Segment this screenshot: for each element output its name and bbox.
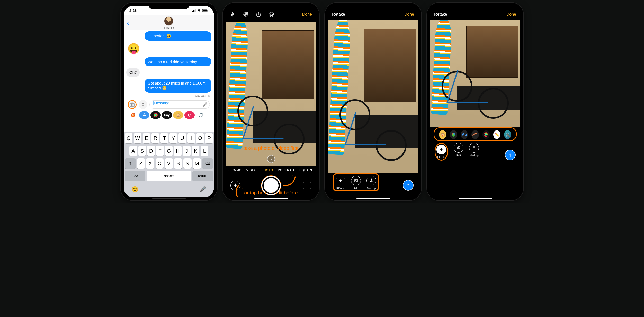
markup-button[interactable]: Markup	[469, 143, 479, 157]
key-n[interactable]: N	[183, 158, 191, 169]
activity-effect-icon[interactable]	[482, 130, 490, 139]
keyboard[interactable]: QWERTYUIOP ASDFGHJKL ⇧ ZXCVBNM ⌫ 123 spa…	[124, 132, 214, 197]
key-h[interactable]: H	[174, 146, 182, 156]
photo-preview[interactable]	[328, 20, 418, 173]
key-s[interactable]: S	[138, 146, 146, 156]
mode-photo[interactable]: PHOTO	[261, 169, 273, 172]
key-q[interactable]: Q	[125, 133, 132, 143]
effects-rail[interactable]: 🐵 Aa ✏️ 🛠️	[434, 127, 517, 141]
numbers-key[interactable]: 123	[125, 171, 145, 181]
sent-message: Got about 20 miles in and 1,600 ft climb…	[145, 79, 211, 93]
contact-header[interactable]: Trevor ›	[164, 16, 174, 29]
phone-camera-review: Retake Done ✦Effects Edit Markup ↑	[325, 3, 421, 200]
key-e[interactable]: E	[143, 133, 150, 143]
key-a[interactable]: A	[129, 146, 137, 156]
key-p[interactable]: P	[205, 133, 213, 143]
appstore-app-icon[interactable]	[139, 111, 149, 119]
mode-square[interactable]: SQUARE	[299, 169, 314, 172]
filters-icon[interactable]	[269, 12, 274, 17]
retake-button[interactable]: Retake	[434, 12, 447, 17]
app-store-button[interactable]	[139, 100, 147, 109]
dictation-key[interactable]: 🎤	[199, 186, 206, 193]
flip-camera-button[interactable]	[303, 182, 311, 189]
edit-button[interactable]: Edit	[454, 143, 463, 157]
key-y[interactable]: Y	[169, 133, 177, 143]
home-indicator[interactable]	[254, 198, 288, 199]
key-f[interactable]: F	[156, 146, 164, 156]
sticker-effect-icon[interactable]: ✏️	[493, 130, 500, 139]
done-button[interactable]: Done	[302, 12, 312, 17]
svg-point-24	[485, 133, 487, 136]
mode-video[interactable]: VIDEO	[246, 169, 257, 172]
key-z[interactable]: Z	[137, 158, 145, 169]
key-o[interactable]: O	[196, 133, 204, 143]
keyboard-footer: 😊 🎤	[125, 183, 213, 196]
key-r[interactable]: R	[151, 133, 159, 143]
app-drawer[interactable]: 🏵️ Pay 🐵 🎵	[126, 110, 211, 120]
home-indicator[interactable]	[459, 198, 492, 199]
applepay-app-icon[interactable]: Pay	[162, 111, 172, 119]
home-indicator[interactable]	[356, 198, 390, 199]
filters-effect-icon[interactable]	[450, 130, 457, 139]
cellular-signal-icon	[192, 9, 196, 12]
key-row-4: 123 space return	[125, 171, 213, 181]
phone-camera-effects: Retake Done 🐵 Aa ✏️ 🛠️ ✦Effects Edit Mar…	[427, 3, 523, 200]
home-indicator[interactable]	[152, 198, 186, 199]
backspace-key[interactable]: ⌫	[202, 158, 213, 169]
edit-button[interactable]: Edit	[351, 176, 361, 190]
emoji-message: 😛	[127, 43, 211, 55]
done-button[interactable]: Done	[506, 12, 516, 17]
zoom-button[interactable]: 1×	[267, 155, 275, 163]
viewfinder[interactable]: 1×	[226, 22, 316, 166]
return-key[interactable]: return	[192, 171, 213, 181]
key-k[interactable]: K	[192, 146, 200, 156]
key-x[interactable]: X	[146, 158, 154, 169]
send-button[interactable]: ↑	[403, 180, 414, 191]
timer-icon[interactable]	[256, 12, 261, 17]
activity-app-icon[interactable]	[150, 111, 161, 119]
annotation-arrow-icon	[282, 173, 296, 189]
nav-bar: ‹ Trevor ›	[124, 15, 214, 30]
key-g[interactable]: G	[165, 146, 173, 156]
key-i[interactable]: I	[187, 133, 195, 143]
conversation[interactable]: lol, perfect 😅 😛 Went on a rad ride yest…	[124, 30, 214, 132]
key-d[interactable]: D	[147, 146, 155, 156]
back-button[interactable]: ‹	[127, 19, 129, 27]
key-u[interactable]: U	[178, 133, 186, 143]
effects-button[interactable]: ✦Effects	[436, 145, 446, 159]
live-off-icon[interactable]	[243, 12, 248, 17]
mode-slomo[interactable]: SLO-MO	[228, 169, 242, 172]
retake-button[interactable]: Retake	[332, 12, 345, 17]
emoji-key[interactable]: 😊	[131, 186, 138, 193]
key-t[interactable]: T	[160, 133, 168, 143]
svg-rect-1	[203, 10, 207, 12]
key-l[interactable]: L	[201, 146, 208, 156]
photo-preview[interactable]	[430, 20, 520, 127]
done-button[interactable]: Done	[404, 12, 414, 17]
shapes-effect-icon[interactable]	[471, 130, 479, 139]
key-j[interactable]: J	[183, 146, 191, 156]
key-w[interactable]: W	[134, 133, 141, 143]
tool-effect-icon[interactable]: 🛠️	[504, 130, 511, 139]
key-m[interactable]: M	[193, 158, 201, 169]
animoji-app-icon[interactable]: 🐵	[173, 111, 183, 119]
digitaltouch-app-icon[interactable]	[184, 111, 195, 119]
animoji-effect-icon[interactable]: 🐵	[439, 130, 446, 139]
flash-icon[interactable]	[230, 12, 236, 17]
camera-modes[interactable]: SLO-MO VIDEO PHOTO PORTRAIT SQUARE	[226, 166, 316, 174]
shift-key[interactable]: ⇧	[125, 158, 136, 169]
read-receipt: Read 2:13 PM	[127, 94, 210, 97]
markup-button[interactable]: Markup	[366, 176, 376, 190]
space-key[interactable]: space	[147, 171, 191, 181]
mode-portrait[interactable]: PORTRAIT	[278, 169, 295, 172]
key-c[interactable]: C	[156, 158, 164, 169]
key-v[interactable]: V	[165, 158, 173, 169]
camera-button[interactable]	[128, 100, 137, 109]
send-button[interactable]: ↑	[505, 150, 516, 160]
text-effect-icon[interactable]: Aa	[461, 130, 468, 139]
effects-button[interactable]: ✦Effects	[336, 176, 345, 190]
key-b[interactable]: B	[174, 158, 182, 169]
message-input[interactable]: |Message	[149, 100, 210, 109]
music-app-icon[interactable]: 🎵	[196, 111, 206, 119]
photos-app-icon[interactable]: 🏵️	[128, 111, 138, 119]
